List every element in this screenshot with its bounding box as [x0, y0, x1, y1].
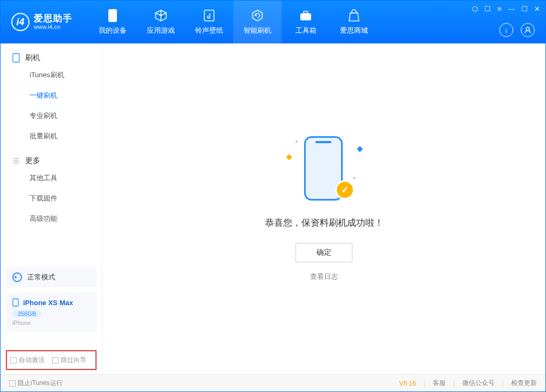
app-logo: i4 爱思助手 www.i4.cn	[1, 13, 83, 31]
tshirt-icon[interactable]: ⬡	[472, 5, 478, 13]
nav-apps-games[interactable]: 应用游戏	[137, 1, 185, 43]
nav-ringtones[interactable]: 铃声壁纸	[185, 1, 233, 43]
highlighted-options-box: 自动激活 跳过向导	[6, 350, 97, 370]
toolbox-icon	[299, 9, 313, 23]
svg-rect-5	[13, 54, 19, 62]
sidebar-item-download-firmware[interactable]: 下载固件	[1, 188, 102, 209]
dot-icon	[296, 140, 298, 143]
list-icon	[12, 157, 20, 165]
window-controls: ⬡ ☐ ≡ — ☐ ✕	[472, 5, 540, 13]
footer-bar: 阻止iTunes运行 V8.16 | 客服 | 微信公众号 | 检查更新	[1, 374, 545, 391]
sidebar-item-batch-flash[interactable]: 批量刷机	[1, 126, 102, 146]
sidebar-item-advanced[interactable]: 高级功能	[1, 209, 102, 229]
main-content: ✓ 恭喜您，保资料刷机成功啦！ 确定 查看日志	[102, 43, 545, 374]
svg-point-4	[526, 27, 529, 31]
sidebar-group-label: 刷机	[25, 53, 40, 63]
music-file-icon	[202, 9, 216, 23]
svg-rect-6	[13, 299, 18, 306]
main-nav: 我的设备 应用游戏 铃声壁纸 智能刷机 工具箱 爱思商城	[88, 1, 378, 43]
checkbox-label: 自动激活	[19, 356, 45, 365]
success-illustration: ✓	[284, 136, 364, 206]
device-type: iPhone	[12, 320, 90, 326]
minimize-button[interactable]: —	[508, 5, 515, 13]
support-link[interactable]: 客服	[433, 379, 446, 388]
checkbox-auto-activate[interactable]: 自动激活	[10, 356, 45, 365]
svg-rect-0	[108, 9, 117, 22]
ok-button[interactable]: 确定	[296, 243, 352, 262]
sidebar-item-pro-flash[interactable]: 专业刷机	[1, 106, 102, 126]
header-right-icons: ↓	[499, 23, 535, 37]
menu-icon[interactable]: ≡	[497, 5, 501, 13]
checkbox-icon	[10, 357, 17, 364]
sidebar-group-more: 更多	[1, 146, 102, 168]
dot-icon	[353, 177, 356, 179]
checkbox-label: 跳过向导	[61, 356, 86, 365]
maximize-button[interactable]: ☐	[521, 5, 528, 13]
checkbox-icon	[52, 357, 58, 364]
device-small-icon	[12, 298, 19, 307]
device-card[interactable]: iPhone XS Max 256GB iPhone	[6, 293, 97, 331]
nav-label: 我的设备	[99, 26, 127, 35]
nav-toolbox[interactable]: 工具箱	[282, 1, 330, 43]
svg-rect-3	[304, 11, 308, 13]
check-update-link[interactable]: 检查更新	[511, 379, 537, 388]
svg-rect-1	[204, 10, 214, 21]
mode-label: 正常模式	[27, 272, 55, 282]
app-title: 爱思助手	[34, 14, 72, 24]
user-icon[interactable]	[521, 23, 535, 37]
separator: |	[502, 380, 504, 387]
close-button[interactable]: ✕	[534, 5, 540, 13]
sidebar: 刷机 iTunes刷机 一键刷机 专业刷机 批量刷机 更多 其他工具 下载固件 …	[1, 43, 102, 374]
checkbox-icon	[9, 380, 16, 387]
nav-my-device[interactable]: 我的设备	[88, 1, 137, 43]
spark-icon	[286, 154, 292, 160]
sidebar-item-oneclick-flash[interactable]: 一键刷机	[1, 85, 102, 106]
spark-icon	[357, 146, 363, 152]
sidebar-item-itunes-flash[interactable]: iTunes刷机	[1, 65, 102, 85]
sidebar-item-other-tools[interactable]: 其他工具	[1, 168, 102, 188]
version-label: V8.16	[399, 380, 416, 387]
nav-label: 爱思商城	[340, 26, 368, 35]
mode-icon	[12, 272, 22, 282]
nav-label: 智能刷机	[244, 26, 271, 35]
app-subtitle: www.i4.cn	[34, 24, 72, 30]
checkbox-label: 阻止iTunes运行	[18, 379, 63, 388]
svg-rect-2	[300, 13, 311, 20]
device-icon	[106, 9, 120, 23]
device-name: iPhone XS Max	[23, 299, 73, 307]
nav-label: 铃声壁纸	[195, 26, 223, 35]
checkbox-block-itunes[interactable]: 阻止iTunes运行	[9, 379, 63, 388]
view-log-link[interactable]: 查看日志	[310, 272, 338, 282]
feedback-icon[interactable]: ☐	[484, 5, 491, 13]
nav-label: 应用游戏	[147, 26, 175, 35]
sidebar-group-flash: 刷机	[1, 43, 102, 65]
logo-icon: i4	[11, 13, 29, 31]
device-capacity: 256GB	[12, 310, 41, 317]
header-bar: i4 爱思助手 www.i4.cn 我的设备 应用游戏 铃声壁纸 智能刷机 工具…	[1, 1, 545, 43]
wechat-link[interactable]: 微信公众号	[462, 379, 495, 388]
separator: |	[453, 380, 455, 387]
check-badge-icon: ✓	[335, 180, 355, 199]
refresh-hex-icon	[250, 9, 264, 23]
checkbox-skip-guide[interactable]: 跳过向导	[52, 356, 86, 365]
nav-label: 工具箱	[296, 26, 316, 35]
separator: |	[424, 380, 425, 387]
success-message: 恭喜您，保资料刷机成功啦！	[265, 217, 383, 229]
bag-icon	[347, 9, 361, 23]
sidebar-group-label: 更多	[25, 156, 40, 166]
nav-smart-flash[interactable]: 智能刷机	[233, 1, 282, 43]
cube-icon	[154, 9, 168, 23]
nav-store[interactable]: 爱思商城	[330, 1, 378, 43]
download-icon[interactable]: ↓	[499, 23, 513, 37]
mode-card[interactable]: 正常模式	[6, 267, 97, 287]
phone-outline-icon	[12, 53, 20, 63]
